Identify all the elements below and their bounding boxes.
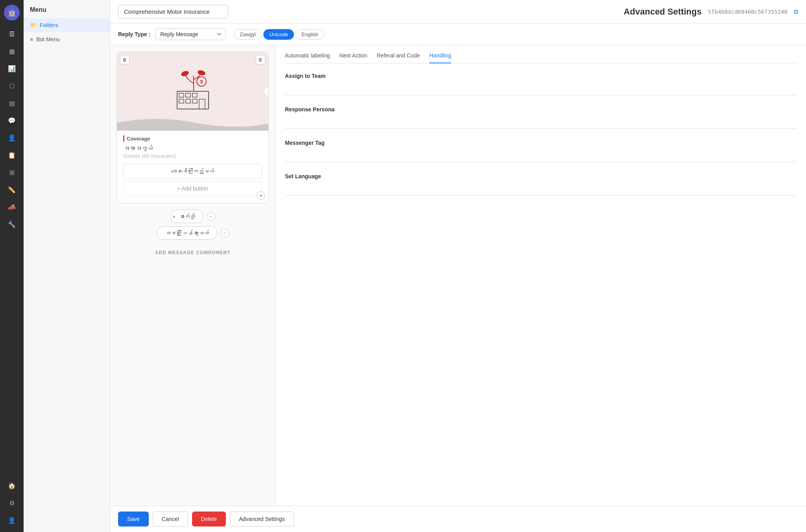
avatar: 🤖 <box>4 5 20 20</box>
card-illustration: $ <box>173 70 213 113</box>
svg-point-9 <box>180 70 189 77</box>
lang-tab-unicode[interactable]: Unicode <box>263 29 294 40</box>
response-persona-input[interactable] <box>285 116 797 129</box>
tab-referral[interactable]: Referal and Code <box>377 48 420 63</box>
node-name-input[interactable] <box>118 5 228 18</box>
sidebar-item-reports[interactable]: 📋 <box>5 148 19 162</box>
reply-type-label: Reply Type : <box>118 31 150 37</box>
add-card-button[interactable]: + <box>257 191 265 200</box>
hash-id: 5fb4b8dcd68400c567355240 <box>708 9 788 15</box>
card-wave <box>117 115 268 131</box>
sidebar-item-grid[interactable]: ▦ <box>5 44 19 58</box>
coverage-bar <box>123 135 124 142</box>
save-button[interactable]: Save <box>118 512 149 526</box>
top-bar: Advanced Settings 5fb4b8dcd68400c5673552… <box>110 0 806 24</box>
svg-rect-5 <box>186 99 190 103</box>
copy-icon[interactable]: ⧉ <box>794 8 798 15</box>
menu-title: Menu <box>24 6 110 18</box>
svg-rect-7 <box>199 99 205 109</box>
add-component-button[interactable]: ADD MESSAGE COMPONENT <box>116 246 269 259</box>
delete-button[interactable]: Delete <box>192 512 226 526</box>
card-subtitle-placeholder[interactable]: Subtitle (80 characters) <box>123 153 262 159</box>
svg-rect-2 <box>186 93 190 97</box>
sidebar-item-edit[interactable]: ✏️ <box>5 183 19 197</box>
bot-menu-label: Bot Menu <box>36 36 60 42</box>
svg-rect-1 <box>179 93 184 97</box>
assign-team-section: Assign to Team <box>285 73 797 95</box>
sidebar-item-wrench[interactable]: 🔧 <box>5 217 19 231</box>
card-delete-right-button[interactable]: 🗑 <box>256 55 265 65</box>
list-icon: ≡ <box>30 36 33 42</box>
main-content: Advanced Settings 5fb4b8dcd68400c5673552… <box>110 0 806 532</box>
response-persona-label: Response Persona <box>285 106 797 113</box>
folders-label: Folders <box>40 22 58 28</box>
quick-reply-row-1: နောက်သို့ − <box>170 210 215 223</box>
svg-point-10 <box>197 70 205 76</box>
language-tabs: Zawgyi Unicode English <box>234 29 324 40</box>
card-delete-left-button[interactable]: 🗑 <box>120 55 129 65</box>
svg-rect-4 <box>179 99 184 103</box>
sidebar-item-users[interactable]: 👤 <box>5 131 19 145</box>
message-card: 🗑 🗑 <box>116 52 269 203</box>
messenger-tag-input[interactable] <box>285 149 797 162</box>
set-language-section: Set Language <box>285 173 797 196</box>
quick-reply-button-2[interactable]: အစသို့ပြန်သွားမယ် <box>157 226 217 240</box>
card-body: Coverage အကာအကွယ် Subtitle (80 character… <box>117 131 268 203</box>
quick-reply-button-1[interactable]: နောက်သို့ <box>170 210 203 223</box>
set-language-input[interactable] <box>285 183 797 196</box>
assign-team-input[interactable] <box>285 82 797 95</box>
messenger-tag-section: Messenger Tag <box>285 140 797 162</box>
reply-type-bar: Reply Type : Reply Message Quick Reply B… <box>110 24 806 45</box>
quick-reply-remove-1[interactable]: − <box>207 212 215 221</box>
quick-replies: နောက်သို့ − အစသို့ပြန်သွားမယ် − <box>116 210 269 240</box>
sidebar-item-bot-menu[interactable]: ≡ Bot Menu <box>24 32 110 46</box>
lang-tab-english[interactable]: English <box>296 29 324 40</box>
add-button[interactable]: + Add button <box>123 181 262 196</box>
card-title[interactable]: အကာအကွယ် <box>123 145 262 151</box>
advanced-settings-button[interactable]: Advanced Settings <box>230 512 294 526</box>
folders-icon: 📁 <box>30 22 37 28</box>
sidebar-item-chart[interactable]: 📊 <box>5 61 19 76</box>
sidebar-item-user[interactable]: 👤 <box>5 513 19 527</box>
card-image-area: 🗑 🗑 <box>117 52 268 131</box>
tab-next-action[interactable]: Next Action <box>339 48 367 63</box>
advanced-settings-title: Advanced Settings <box>624 7 702 17</box>
quick-reply-remove-2[interactable]: − <box>220 229 229 237</box>
sidebar-item-folders[interactable]: 📁 Folders <box>24 18 110 32</box>
messenger-tag-label: Messenger Tag <box>285 140 797 146</box>
message-builder: 🗑 🗑 <box>110 45 275 506</box>
cancel-button[interactable]: Cancel <box>153 512 188 526</box>
sidebar-item-table[interactable]: ▤ <box>5 96 19 110</box>
reply-type-select[interactable]: Reply Message Quick Reply Button Templat… <box>155 28 226 40</box>
sidebar-item-menu[interactable]: ☰ <box>5 27 19 41</box>
set-language-label: Set Language <box>285 173 797 179</box>
content-area: 🗑 🗑 <box>110 45 806 506</box>
sidebar-item-megaphone[interactable]: 📣 <box>5 200 19 214</box>
response-persona-section: Response Persona <box>285 106 797 129</box>
tab-automatic-labeling[interactable]: Automatic labeling <box>285 48 330 63</box>
card-detail-button[interactable]: အသေးစိတ်ကြည့်မယ် <box>123 164 262 179</box>
svg-rect-6 <box>192 99 197 103</box>
assign-team-label: Assign to Team <box>285 73 797 79</box>
sidebar-item-chat[interactable]: 💬 <box>5 113 19 127</box>
tab-handling[interactable]: Handling <box>429 48 451 63</box>
settings-panel: Automatic labeling Next Action Referal a… <box>275 45 806 506</box>
sidebar-item-dashboard[interactable]: ⊞ <box>5 165 19 179</box>
sidebar-icons: 🤖 ☰ ▦ 📊 ⬡ ▤ 💬 👤 📋 ⊞ ✏️ 📣 🔧 🏠 ⚙ 👤 <box>0 0 24 532</box>
lang-tab-zawgyi[interactable]: Zawgyi <box>234 29 262 40</box>
action-bar: Save Cancel Delete Advanced Settings <box>110 506 806 532</box>
svg-text:$: $ <box>200 79 203 85</box>
sidebar-item-settings[interactable]: ⚙ <box>5 496 19 510</box>
sidebar-item-nodes[interactable]: ⬡ <box>5 79 19 93</box>
sidebar-item-home[interactable]: 🏠 <box>5 478 19 493</box>
svg-rect-0 <box>177 91 209 109</box>
coverage-label: Coverage <box>123 135 262 142</box>
quick-reply-row-2: အစသို့ပြန်သွားမယ် − <box>157 226 229 240</box>
secondary-sidebar: Menu 📁 Folders ≡ Bot Menu <box>24 0 110 532</box>
svg-rect-3 <box>192 93 197 97</box>
settings-tabs: Automatic labeling Next Action Referal a… <box>285 45 797 63</box>
